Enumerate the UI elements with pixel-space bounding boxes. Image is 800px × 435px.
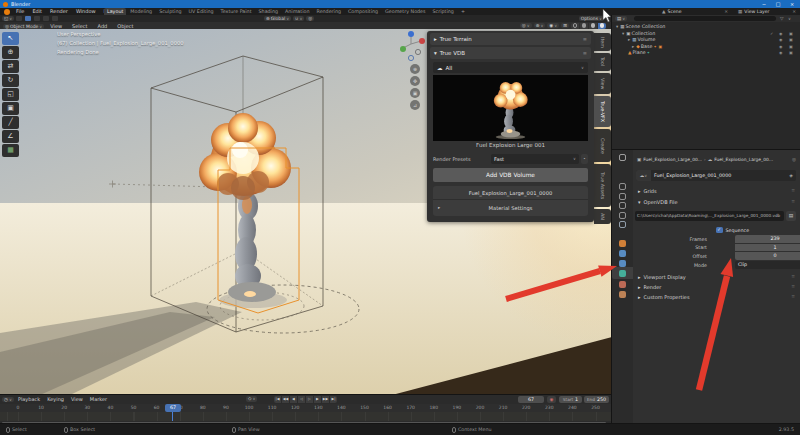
offset-field[interactable]: 0 [735,252,800,260]
view-layer-selector[interactable]: ▦ View Layer × [736,9,798,15]
current-frame-field[interactable]: 67 [518,396,544,403]
outliner-display-mode-dropdown[interactable]: ▤∨ [615,16,627,22]
filter-icon[interactable]: ▽ [780,15,783,22]
menu-edit[interactable]: Edit [28,8,46,15]
chevron-down-icon[interactable]: ∨ [788,15,791,22]
sidebar-tab-tool[interactable]: Tool [594,53,611,71]
breadcrumb-data[interactable]: Fuel_Explosion_Large_00... [714,157,790,162]
modifiers-tab-icon[interactable] [619,250,626,257]
physics-tab-icon[interactable] [619,260,626,267]
next-frame-button[interactable]: ▶ [314,396,321,403]
workspace-tab-animation[interactable]: Animation [282,8,312,15]
object-tab-icon[interactable] [619,240,626,247]
move-tool-button[interactable]: ⇄ [2,60,19,73]
add-vdb-volume-button[interactable]: Add VDB Volume [433,168,588,182]
menu-window[interactable]: Window [72,8,100,15]
scene-selector[interactable]: ▲ Scene × [660,9,730,15]
start-field[interactable]: 1 [735,244,800,252]
viewport-display-panel-header[interactable]: ▸ Viewport Display ≡ [633,272,800,281]
editor-type-button[interactable]: ◷∨ [2,397,14,403]
pivot-point-button[interactable]: ◎∨ [520,23,532,29]
texture-tab-icon[interactable] [619,291,626,298]
view-layer-tab-icon[interactable] [619,202,626,209]
outliner-row-scene-collection[interactable]: ▾▦Scene Collection [615,24,665,30]
jump-to-start-button[interactable]: |◀ [274,396,281,403]
sidebar-tab-item[interactable]: Item [594,33,611,51]
cursor-tool-button[interactable]: ⊕ [2,46,19,59]
sidebar-tab-true-vfx[interactable]: True-VFX [594,96,611,127]
eye-icon[interactable]: ◉ [779,44,783,50]
tool-option-icon[interactable] [34,16,40,21]
maximize-button[interactable]: □ [772,0,784,8]
tool-option-icon[interactable] [25,16,31,21]
render-tab-icon[interactable] [619,183,626,190]
tool-option-icon[interactable] [16,16,22,21]
play-reverse-button[interactable]: ◁ [298,396,305,403]
timeline-track[interactable] [0,412,612,421]
camera-icon[interactable]: ▣ [789,31,793,37]
true-terrain-panel-header[interactable]: ▸ True Terrain ≡ [430,33,591,45]
outliner-search-input[interactable] [634,16,776,22]
pin-icon[interactable]: ◎ [792,157,796,162]
frames-field[interactable]: 239 [735,235,800,243]
material-settings-header[interactable]: ▸ Material Settings [433,201,588,215]
mode-dropdown[interactable]: Clip∨ [735,261,800,269]
shading-wireframe-button[interactable] [571,23,579,29]
output-tab-icon[interactable] [619,193,626,200]
scene-tab-icon[interactable] [619,212,626,219]
open-file-browser-button[interactable]: ▤ [786,211,796,221]
close-button[interactable]: × [786,0,798,8]
collection-checkbox[interactable]: ✓ [770,31,773,37]
menu-keying[interactable]: Keying [44,395,67,404]
breadcrumb-object[interactable]: Fuel_Explosion_Large_00... [643,157,702,162]
overlays-button[interactable]: ◉∨ [547,23,559,29]
outliner-row-volume[interactable]: ▸▩Volume [627,37,655,43]
openvdb-file-panel-header[interactable]: ▾ OpenVDB File ≡ [633,197,800,206]
camera-icon[interactable]: ▣ [789,50,793,56]
window-titlebar[interactable]: Blender ─ □ × [0,0,800,8]
workspace-tab-rendering[interactable]: Rendering [314,8,345,15]
tool-option-icon[interactable] [43,16,49,21]
workspace-tab-texture-paint[interactable]: Texture Paint [218,8,255,15]
auto-keying-button[interactable]: ◉ [547,396,556,403]
volume-browse-icon[interactable]: ☁∨ [636,170,651,181]
scene-unlink-icon[interactable]: × [724,9,728,14]
true-vdb-panel-header[interactable]: ▾ True VDB ≡ [430,47,591,59]
shading-solid-button[interactable] [580,23,588,29]
custom-properties-panel-header[interactable]: ▸ Custom Properties ≡ [633,292,800,301]
playhead-frame-badge[interactable]: 67 [165,404,181,412]
scale-tool-button[interactable]: ◱ [2,88,19,101]
navigation-gizmo[interactable] [399,29,429,63]
outliner-row-plane[interactable]: ▲Plane✦ [627,50,651,56]
preset-options-button[interactable]: • [581,154,588,164]
pan-hand-icon[interactable]: ✥ [410,76,420,86]
snapping-button[interactable]: ∪∨ [293,16,304,22]
menu-file[interactable]: File [12,8,28,15]
workspace-tab-scripting[interactable]: Scripting [430,8,457,15]
xray-toggle[interactable]: ⊞ [561,23,569,29]
options-dropdown[interactable]: Options∨ [579,16,604,22]
tool-option-icon[interactable] [52,16,58,21]
frame-start-field[interactable]: Start1 [559,396,582,403]
eye-icon[interactable]: ◉ [779,31,783,37]
show-gizmo-button[interactable]: ⊕∨ [534,23,546,29]
grids-panel-header[interactable]: ▸ Grids ≡ [633,186,800,195]
object-data-tab-icon[interactable] [619,270,626,277]
workspace-tab-shading[interactable]: Shading [256,8,282,15]
timeline-ruler[interactable]: 0102030405060708090100110120130140150160… [0,404,612,412]
eye-icon[interactable]: ◉ [779,50,783,56]
outliner-row-collection[interactable]: ▾▣Collection [621,31,655,37]
camera-view-icon[interactable]: ▣ [410,88,420,98]
prev-frame-button[interactable]: ◀ [290,396,297,403]
workspace-tab-modeling[interactable]: Modeling [127,8,155,15]
vdb-category-dropdown[interactable]: ☁ All ∨ [433,62,588,73]
sidebar-tab-an[interactable]: AN [594,209,611,224]
workspace-tab-uv-editing[interactable]: UV Editing [186,8,217,15]
shading-material-button[interactable] [589,23,597,29]
shading-rendered-button[interactable] [598,23,606,29]
perspective-toggle-icon[interactable]: ⊿ [410,100,420,110]
measure-tool-button[interactable]: ∠ [2,130,19,143]
workspace-tab-sculpting[interactable]: Sculpting [156,8,184,15]
fake-user-shield-icon[interactable]: ◈ [789,173,796,178]
sidebar-tab-create[interactable]: Create [594,129,611,162]
